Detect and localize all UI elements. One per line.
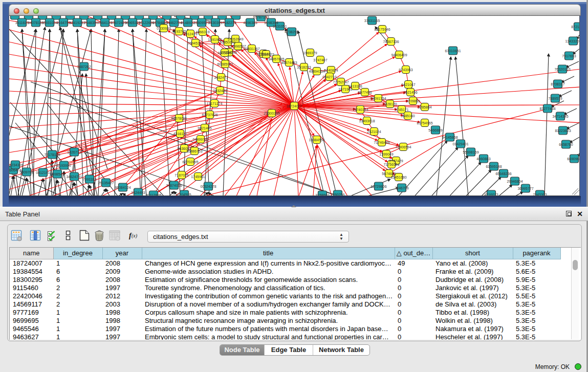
svg-text:51462704: 51462704 xyxy=(166,21,182,25)
svg-text:51850671: 51850671 xyxy=(220,40,235,44)
svg-text:23300295: 23300295 xyxy=(264,112,279,115)
svg-text:62386922: 62386922 xyxy=(258,53,274,56)
svg-text:87234309: 87234309 xyxy=(9,163,24,167)
svg-text:6193990: 6193990 xyxy=(57,164,71,167)
svg-text:34624751: 34624751 xyxy=(66,175,82,179)
svg-text:28809570: 28809570 xyxy=(193,21,209,25)
svg-text:7187026: 7187026 xyxy=(175,173,188,177)
svg-text:79740344: 79740344 xyxy=(352,108,368,112)
svg-text:60385977: 60385977 xyxy=(217,62,233,66)
svg-text:3747407: 3747407 xyxy=(313,58,327,62)
svg-text:7346706: 7346706 xyxy=(395,186,408,190)
svg-text:3164752: 3164752 xyxy=(56,21,70,25)
svg-text:7648350: 7648350 xyxy=(84,21,98,25)
svg-text:5240824: 5240824 xyxy=(324,69,338,72)
svg-text:86578091: 86578091 xyxy=(171,117,187,120)
svg-text:1031051: 1031051 xyxy=(273,25,287,28)
svg-text:81754965: 81754965 xyxy=(417,121,432,125)
svg-text:3511615: 3511615 xyxy=(15,21,29,25)
svg-text:9413186: 9413186 xyxy=(348,84,362,88)
svg-text:9521456: 9521456 xyxy=(403,91,417,94)
svg-text:0330923: 0330923 xyxy=(157,27,170,30)
svg-text:76945314: 76945314 xyxy=(187,41,203,45)
svg-text:49894134: 49894134 xyxy=(309,70,324,73)
svg-text:9821465: 9821465 xyxy=(198,126,211,130)
svg-text:3387262: 3387262 xyxy=(77,65,91,69)
svg-text:3482477: 3482477 xyxy=(214,76,228,79)
svg-text:3518233: 3518233 xyxy=(297,65,311,69)
svg-text:1399049: 1399049 xyxy=(379,152,393,156)
svg-text:82175946: 82175946 xyxy=(374,28,390,31)
svg-text:65648236: 65648236 xyxy=(495,172,511,176)
svg-text:00524278: 00524278 xyxy=(200,185,216,188)
svg-text:7889579: 7889579 xyxy=(548,97,562,100)
svg-text:13433200: 13433200 xyxy=(565,39,580,43)
svg-text:34957885: 34957885 xyxy=(268,57,284,61)
svg-text:0812191: 0812191 xyxy=(36,171,50,174)
svg-text:71906594: 71906594 xyxy=(395,145,411,149)
svg-text:81223623: 81223623 xyxy=(555,129,571,133)
svg-text:7917693: 7917693 xyxy=(562,54,576,58)
svg-text:25135427: 25135427 xyxy=(98,181,114,185)
svg-text:0564139: 0564139 xyxy=(98,21,112,25)
svg-text:18724007: 18724007 xyxy=(286,104,302,108)
svg-text:4005045: 4005045 xyxy=(217,51,231,55)
svg-text:6658760: 6658760 xyxy=(559,143,573,146)
svg-text:6998543: 6998543 xyxy=(50,172,64,176)
svg-text:8148932: 8148932 xyxy=(181,21,194,25)
svg-text:9421047: 9421047 xyxy=(401,83,415,86)
svg-text:61595148: 61595148 xyxy=(486,165,502,168)
svg-text:74367136: 74367136 xyxy=(383,40,399,43)
svg-text:(x): (x) xyxy=(132,233,138,239)
svg-text:3285884: 3285884 xyxy=(418,105,431,109)
svg-text:5466889: 5466889 xyxy=(428,128,442,132)
svg-text:7991183: 7991183 xyxy=(83,178,97,181)
svg-text:3709859: 3709859 xyxy=(406,99,420,103)
svg-text:3685160: 3685160 xyxy=(401,114,415,118)
svg-text:1745961: 1745961 xyxy=(191,175,205,179)
svg-text:87277434: 87277434 xyxy=(539,107,555,111)
svg-text:5674680: 5674680 xyxy=(382,172,396,176)
svg-text:9743953: 9743953 xyxy=(399,68,412,72)
svg-text:0932480: 0932480 xyxy=(213,89,227,93)
svg-text:7182278: 7182278 xyxy=(222,21,236,25)
svg-text:99091334: 99091334 xyxy=(370,97,386,100)
svg-text:57262849: 57262849 xyxy=(227,37,243,41)
svg-text:36995777: 36995777 xyxy=(517,187,533,190)
svg-text:53419283: 53419283 xyxy=(69,21,85,25)
svg-text:62702895: 62702895 xyxy=(182,160,198,164)
svg-text:1969379: 1969379 xyxy=(303,51,317,55)
svg-text:15451680: 15451680 xyxy=(390,176,406,179)
svg-text:04499727: 04499727 xyxy=(192,138,208,141)
svg-text:5009788: 5009788 xyxy=(19,170,33,174)
svg-text:67010651: 67010651 xyxy=(445,49,461,53)
svg-text:80831367: 80831367 xyxy=(244,47,259,51)
svg-text:4060883: 4060883 xyxy=(476,157,490,161)
svg-text:8677496: 8677496 xyxy=(358,91,372,94)
svg-text:13493618: 13493618 xyxy=(359,119,375,123)
svg-text:4966319: 4966319 xyxy=(195,30,209,34)
svg-text:95931034: 95931034 xyxy=(41,21,57,25)
svg-text:6690967: 6690967 xyxy=(567,157,580,161)
svg-text:65787133: 65787133 xyxy=(253,16,269,19)
svg-text:34714345: 34714345 xyxy=(552,115,568,118)
svg-text:01429401: 01429401 xyxy=(452,142,468,146)
svg-text:2787429: 2787429 xyxy=(389,159,403,163)
svg-text:54145868: 54145868 xyxy=(442,136,458,139)
svg-text:85574443: 85574443 xyxy=(281,61,297,64)
svg-text:19384554: 19384554 xyxy=(309,138,324,142)
svg-text:77752047: 77752047 xyxy=(333,80,349,84)
svg-text:34874016: 34874016 xyxy=(166,184,182,187)
svg-text:73178108: 73178108 xyxy=(44,153,60,157)
svg-text:1671902: 1671902 xyxy=(338,87,352,91)
svg-text:37631165: 37631165 xyxy=(364,19,380,23)
svg-text:71746488: 71746488 xyxy=(374,141,389,144)
svg-text:67737826: 67737826 xyxy=(202,113,217,117)
svg-text:76320163: 76320163 xyxy=(554,68,570,71)
svg-text:13171274: 13171274 xyxy=(206,102,222,105)
svg-text:29946804: 29946804 xyxy=(507,180,522,183)
svg-text:1326773: 1326773 xyxy=(67,150,81,154)
svg-text:4738299: 4738299 xyxy=(285,30,298,34)
svg-text:4745171: 4745171 xyxy=(395,108,408,112)
svg-text:0842710: 0842710 xyxy=(322,75,336,79)
